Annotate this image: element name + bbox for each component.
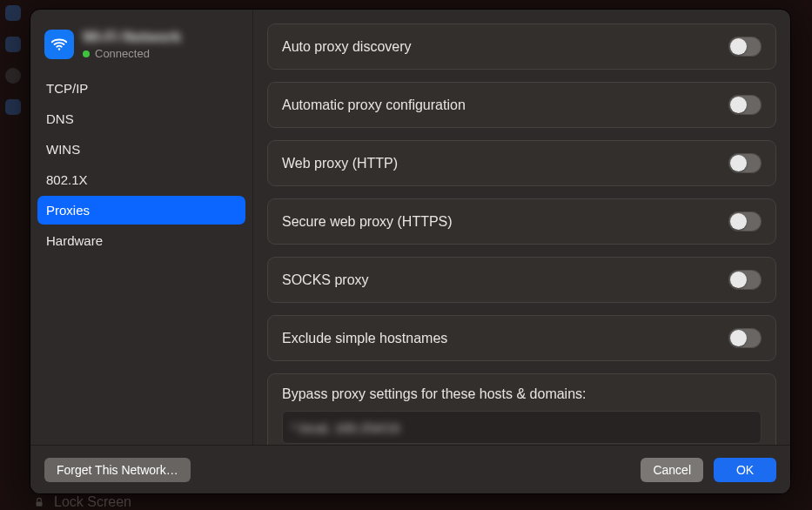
network-title-block: Wi-Fi Network Connected	[83, 29, 181, 60]
row-auto-proxy-discovery: Auto proxy discovery	[267, 23, 776, 70]
sidebar-item-wins[interactable]: WINS	[37, 135, 245, 164]
toggle-socks-proxy[interactable]	[728, 270, 762, 290]
wifi-icon	[44, 30, 74, 59]
bypass-box: Bypass proxy settings for these hosts & …	[267, 373, 776, 445]
bg-app-icon	[5, 37, 21, 52]
toggle-auto-proxy-discovery[interactable]	[728, 37, 762, 57]
sidebar-item-8021x[interactable]: 802.1X	[37, 165, 245, 194]
bypass-hosts-value: *.local, 169.254/16	[292, 420, 399, 435]
cancel-button[interactable]: Cancel	[641, 458, 703, 482]
ok-button[interactable]: OK	[714, 458, 776, 482]
toggle-knob-icon	[730, 155, 747, 171]
bottom-bar: Forget This Network… Cancel OK	[30, 445, 790, 493]
content-panel: Auto proxy discovery Automatic proxy con…	[253, 10, 790, 445]
bypass-hosts-input[interactable]: *.local, 169.254/16	[282, 411, 762, 444]
forget-network-button[interactable]: Forget This Network…	[44, 458, 191, 482]
network-header: Wi-Fi Network Connected	[37, 22, 245, 72]
row-label: Automatic proxy configuration	[282, 97, 466, 113]
sidebar-item-hardware[interactable]: Hardware	[37, 226, 245, 255]
sheet-body: Wi-Fi Network Connected TCP/IP DNS WINS …	[30, 10, 790, 445]
row-label: SOCKS proxy	[282, 272, 369, 288]
row-label: Auto proxy discovery	[282, 39, 412, 55]
row-label: Web proxy (HTTP)	[282, 156, 398, 171]
lock-label: Lock Screen	[54, 494, 131, 510]
sidebar-item-proxies[interactable]: Proxies	[37, 196, 245, 225]
toggle-knob-icon	[730, 97, 747, 113]
row-automatic-proxy-config: Automatic proxy configuration	[267, 82, 776, 128]
toggle-knob-icon	[730, 38, 747, 55]
sidebar: Wi-Fi Network Connected TCP/IP DNS WINS …	[30, 10, 253, 445]
sidebar-item-dns[interactable]: DNS	[37, 104, 245, 133]
row-web-proxy-http: Web proxy (HTTP)	[267, 140, 776, 186]
network-status: Connected	[95, 47, 150, 60]
row-exclude-simple-hostnames: Exclude simple hostnames	[267, 315, 776, 361]
toggle-knob-icon	[730, 213, 747, 230]
row-secure-web-proxy-https: Secure web proxy (HTTPS)	[267, 198, 776, 245]
row-label: Exclude simple hostnames	[282, 331, 447, 346]
bg-app-icon	[5, 5, 21, 21]
toggle-web-proxy-http[interactable]	[728, 153, 762, 173]
network-status-row: Connected	[83, 47, 181, 60]
row-label: Secure web proxy (HTTPS)	[282, 214, 453, 230]
network-name: Wi-Fi Network	[83, 29, 181, 46]
svg-point-0	[58, 48, 60, 50]
toggle-knob-icon	[730, 330, 747, 346]
toggle-knob-icon	[730, 272, 747, 288]
toggle-secure-web-proxy-https[interactable]	[728, 211, 762, 232]
toggle-automatic-proxy-config[interactable]	[728, 95, 762, 115]
network-settings-sheet: Wi-Fi Network Connected TCP/IP DNS WINS …	[30, 9, 791, 494]
toggle-exclude-simple-hostnames[interactable]	[728, 328, 762, 348]
row-socks-proxy: SOCKS proxy	[267, 257, 776, 303]
bg-app-icon	[5, 68, 21, 84]
svg-rect-1	[37, 501, 43, 506]
background-app-strip	[0, 0, 26, 510]
sidebar-item-tcpip[interactable]: TCP/IP	[37, 74, 245, 103]
background-lock-row: Lock Screen	[33, 494, 131, 510]
bg-app-icon	[5, 99, 21, 115]
bypass-label: Bypass proxy settings for these hosts & …	[282, 386, 762, 402]
status-dot-icon	[83, 50, 90, 57]
lock-icon	[33, 496, 45, 508]
